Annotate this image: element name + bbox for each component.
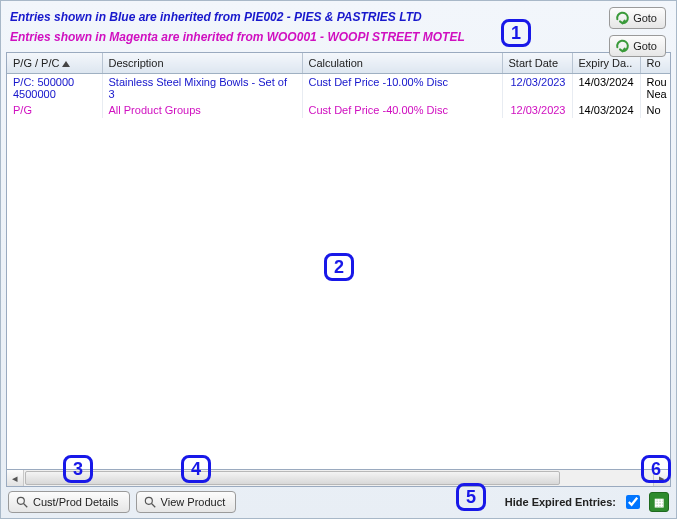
header-area: Entries shown in Blue are inherited from… bbox=[4, 4, 673, 50]
cust-prod-details-label: Cust/Prod Details bbox=[33, 496, 119, 508]
cell-rounding: Rou Nea bbox=[640, 74, 671, 103]
table-row[interactable]: P/C: 5000004500000 Stainless Steel Mixin… bbox=[7, 74, 671, 103]
col-header-calculation[interactable]: Calculation bbox=[302, 53, 502, 74]
cell-calculation: Cust Def Price -40.00% Disc bbox=[302, 102, 502, 118]
cell-start-date: 12/03/2023 bbox=[502, 102, 572, 118]
table-header-row: P/G / P/C Description Calculation Start … bbox=[7, 53, 671, 74]
cell-calculation: Cust Def Price -10.00% Disc bbox=[302, 74, 502, 103]
svg-line-3 bbox=[151, 504, 155, 508]
col-header-description[interactable]: Description bbox=[102, 53, 302, 74]
export-excel-button[interactable]: ▦ bbox=[649, 492, 669, 512]
excel-icon: ▦ bbox=[654, 496, 664, 509]
pricing-inheritance-panel: Entries shown in Blue are inherited from… bbox=[0, 0, 677, 519]
cell-description: Stainless Steel Mixing Bowls - Set of 3 bbox=[102, 74, 302, 103]
scroll-right-arrow[interactable]: ▸ bbox=[653, 470, 670, 486]
cust-prod-details-button[interactable]: Cust/Prod Details bbox=[8, 491, 130, 513]
hide-expired-label: Hide Expired Entries: bbox=[505, 496, 616, 508]
goto-button-blue[interactable]: Goto bbox=[609, 7, 666, 29]
goto-button-label: Goto bbox=[633, 40, 657, 52]
cell-expiry-date: 14/03/2024 bbox=[572, 102, 640, 118]
view-product-label: View Product bbox=[161, 496, 226, 508]
cell-description: All Product Groups bbox=[102, 102, 302, 118]
magnifier-icon bbox=[15, 495, 29, 509]
pricing-table: P/G / P/C Description Calculation Start … bbox=[7, 53, 671, 118]
table-row[interactable]: P/G All Product Groups Cust Def Price -4… bbox=[7, 102, 671, 118]
col-header-start-date[interactable]: Start Date bbox=[502, 53, 572, 74]
cell-pgpc: P/C: 5000004500000 bbox=[7, 74, 102, 103]
inherited-blue-info: Entries shown in Blue are inherited from… bbox=[10, 8, 667, 28]
cell-expiry-date: 14/03/2024 bbox=[572, 74, 640, 103]
svg-line-1 bbox=[24, 504, 28, 508]
magnifier-icon bbox=[143, 495, 157, 509]
goto-button-label: Goto bbox=[633, 12, 657, 24]
goto-button-magenta[interactable]: Goto bbox=[609, 35, 666, 57]
svg-point-0 bbox=[17, 497, 24, 504]
col-header-pgpc[interactable]: P/G / P/C bbox=[7, 53, 102, 74]
svg-point-2 bbox=[145, 497, 152, 504]
cell-start-date: 12/03/2023 bbox=[502, 74, 572, 103]
goto-arrow-icon bbox=[614, 10, 630, 26]
goto-arrow-icon bbox=[614, 38, 630, 54]
scroll-thumb[interactable] bbox=[25, 471, 560, 485]
view-product-button[interactable]: View Product bbox=[136, 491, 237, 513]
hide-expired-checkbox[interactable] bbox=[626, 495, 640, 509]
footer-bar: Cust/Prod Details View Product Hide Expi… bbox=[4, 487, 673, 515]
header-right-buttons: Goto Goto bbox=[609, 7, 666, 57]
cell-pgpc: P/G bbox=[7, 102, 102, 118]
scroll-left-arrow[interactable]: ◂ bbox=[7, 470, 24, 486]
inherited-magenta-info: Entries shown in Magenta are inherited f… bbox=[10, 28, 667, 48]
horizontal-scrollbar[interactable]: ◂ ▸ bbox=[6, 470, 671, 487]
pricing-table-container: P/G / P/C Description Calculation Start … bbox=[6, 52, 671, 470]
cell-rounding: No bbox=[640, 102, 671, 118]
sort-asc-icon bbox=[62, 61, 70, 67]
